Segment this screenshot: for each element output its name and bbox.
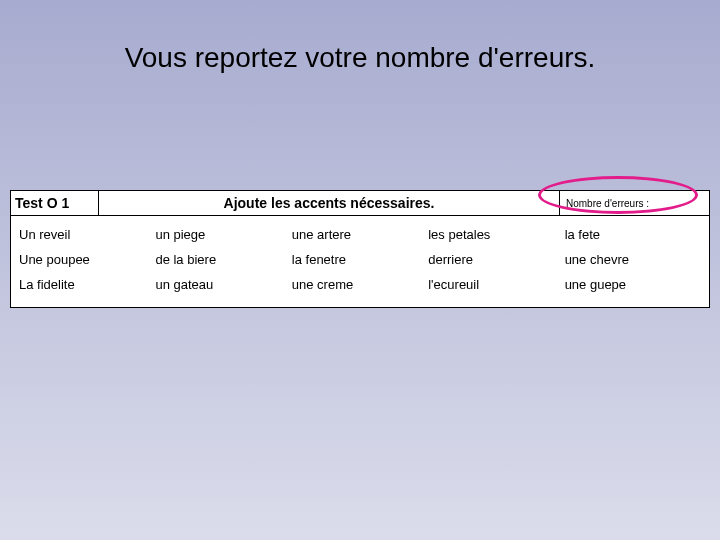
word-cell: Un reveil [19, 227, 155, 242]
word-cell: une artere [292, 227, 428, 242]
word-cell: l'ecureuil [428, 277, 564, 292]
word-row: La fidelite un gateau une creme l'ecureu… [19, 272, 701, 297]
instruction: Ajoute les accents nécessaires. [99, 191, 559, 215]
test-label: Test O 1 [11, 191, 99, 215]
word-cell: les petales [428, 227, 564, 242]
word-cell: la fete [565, 227, 701, 242]
word-cell: un piege [155, 227, 291, 242]
word-cell: derriere [428, 252, 564, 267]
word-cell: un gateau [155, 277, 291, 292]
word-row: Un reveil un piege une artere les petale… [19, 222, 701, 247]
word-cell: la fenetre [292, 252, 428, 267]
word-cell: une chevre [565, 252, 701, 267]
worksheet-body: Un reveil un piege une artere les petale… [10, 216, 710, 308]
worksheet-header: Test O 1 Ajoute les accents nécessaires.… [10, 190, 710, 216]
slide-title: Vous reportez votre nombre d'erreurs. [0, 0, 720, 74]
word-cell: La fidelite [19, 277, 155, 292]
word-cell: de la biere [155, 252, 291, 267]
word-cell: une guepe [565, 277, 701, 292]
word-cell: Une poupee [19, 252, 155, 267]
word-cell: une creme [292, 277, 428, 292]
errors-label: Nombre d'erreurs : [559, 191, 709, 215]
word-row: Une poupee de la biere la fenetre derrie… [19, 247, 701, 272]
worksheet: Test O 1 Ajoute les accents nécessaires.… [10, 190, 710, 308]
